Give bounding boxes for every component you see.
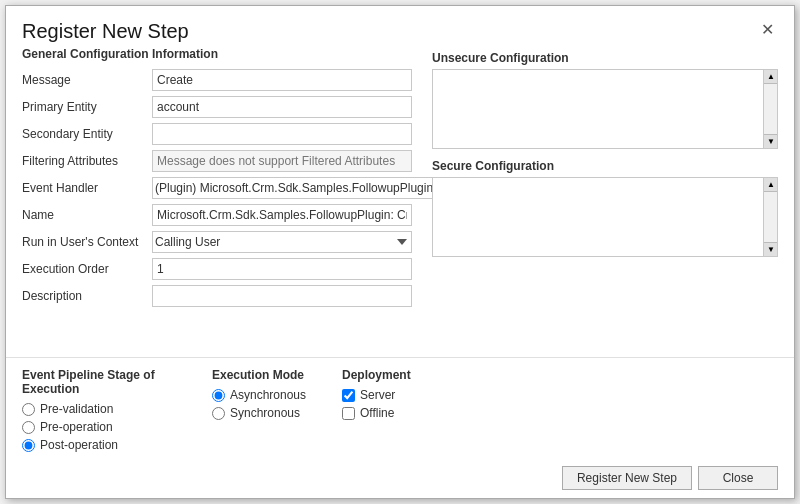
secure-config-block: Secure Configuration ▲ ▼	[432, 159, 778, 257]
secure-vscrollbar: ▲ ▼	[763, 178, 777, 256]
unsecure-config-block: Unsecure Configuration ▲ ▼	[432, 51, 778, 149]
offline-item: Offline	[342, 406, 472, 420]
async-item: Asynchronous	[212, 388, 342, 402]
secondary-entity-label: Secondary Entity	[22, 127, 152, 141]
post-operation-label: Post-operation	[40, 438, 118, 452]
general-config-title: General Configuration Information	[22, 47, 412, 61]
secondary-entity-input[interactable]	[152, 123, 412, 145]
server-item: Server	[342, 388, 472, 402]
config-area: Unsecure Configuration ▲ ▼ Secure Config…	[432, 47, 778, 357]
dialog-footer: Register New Step Close	[6, 460, 794, 498]
pipeline-stage-group: Event Pipeline Stage of Execution Pre-va…	[22, 368, 212, 456]
event-handler-select[interactable]: (Plugin) Microsoft.Crm.Sdk.Samples.Follo…	[152, 177, 453, 199]
async-radio[interactable]	[212, 389, 225, 402]
post-operation-item: Post-operation	[22, 438, 212, 452]
event-handler-row: Event Handler (Plugin) Microsoft.Crm.Sdk…	[22, 177, 412, 199]
right-panel: Unsecure Configuration ▲ ▼ Secure Config…	[432, 47, 778, 357]
pipeline-section: Event Pipeline Stage of Execution Pre-va…	[22, 368, 778, 456]
name-row: Name	[22, 204, 412, 226]
dialog-body: General Configuration Information Messag…	[6, 47, 794, 357]
execution-order-label: Execution Order	[22, 262, 152, 276]
execution-order-row: Execution Order	[22, 258, 412, 280]
unsecure-config-label: Unsecure Configuration	[432, 51, 778, 65]
exec-mode-title: Execution Mode	[212, 368, 342, 382]
pre-operation-radio[interactable]	[22, 421, 35, 434]
unsecure-config-textarea-wrap: ▲ ▼	[432, 69, 778, 149]
secure-config-textarea[interactable]	[433, 178, 763, 256]
run-context-select[interactable]: Calling User	[152, 231, 412, 253]
async-label: Asynchronous	[230, 388, 306, 402]
server-label: Server	[360, 388, 395, 402]
secure-config-textarea-wrap: ▲ ▼	[432, 177, 778, 257]
left-panel: General Configuration Information Messag…	[22, 47, 432, 357]
sync-radio[interactable]	[212, 407, 225, 420]
primary-entity-input[interactable]	[152, 96, 412, 118]
offline-checkbox[interactable]	[342, 407, 355, 420]
run-context-label: Run in User's Context	[22, 235, 152, 249]
sync-item: Synchronous	[212, 406, 342, 420]
pre-validation-item: Pre-validation	[22, 402, 212, 416]
unsecure-vscrollbar: ▲ ▼	[763, 70, 777, 148]
message-label: Message	[22, 73, 152, 87]
sync-label: Synchronous	[230, 406, 300, 420]
pre-operation-label: Pre-operation	[40, 420, 113, 434]
title-bar: Register New Step ✕	[6, 6, 794, 47]
register-new-step-dialog: Register New Step ✕ General Configuratio…	[5, 5, 795, 499]
name-input[interactable]	[152, 204, 412, 226]
offline-label: Offline	[360, 406, 394, 420]
server-checkbox[interactable]	[342, 389, 355, 402]
message-row: Message	[22, 69, 412, 91]
name-label: Name	[22, 208, 152, 222]
post-operation-radio[interactable]	[22, 439, 35, 452]
dialog-title: Register New Step	[22, 20, 189, 43]
primary-entity-row: Primary Entity	[22, 96, 412, 118]
secondary-entity-row: Secondary Entity	[22, 123, 412, 145]
bottom-section: Event Pipeline Stage of Execution Pre-va…	[6, 357, 794, 460]
deployment-group: Deployment Server Offline	[342, 368, 472, 456]
run-context-row: Run in User's Context Calling User	[22, 231, 412, 253]
description-input[interactable]	[152, 285, 412, 307]
close-button[interactable]: Close	[698, 466, 778, 490]
execution-order-input[interactable]	[152, 258, 412, 280]
pipeline-stage-title: Event Pipeline Stage of Execution	[22, 368, 212, 396]
filtering-attributes-label: Filtering Attributes	[22, 154, 152, 168]
secure-scroll-down[interactable]: ▼	[764, 242, 778, 256]
unsecure-config-textarea[interactable]	[433, 70, 763, 148]
unsecure-scroll-up[interactable]: ▲	[764, 70, 778, 84]
unsecure-scroll-down[interactable]: ▼	[764, 134, 778, 148]
description-label: Description	[22, 289, 152, 303]
secure-config-label: Secure Configuration	[432, 159, 778, 173]
event-handler-label: Event Handler	[22, 181, 152, 195]
deployment-title: Deployment	[342, 368, 472, 382]
pre-validation-radio[interactable]	[22, 403, 35, 416]
exec-mode-group: Execution Mode Asynchronous Synchronous	[212, 368, 342, 456]
pre-validation-label: Pre-validation	[40, 402, 113, 416]
secure-scroll-up[interactable]: ▲	[764, 178, 778, 192]
filtering-attributes-row: Filtering Attributes	[22, 150, 412, 172]
message-input[interactable]	[152, 69, 412, 91]
description-row: Description	[22, 285, 412, 307]
pre-operation-item: Pre-operation	[22, 420, 212, 434]
close-x-button[interactable]: ✕	[757, 20, 778, 40]
primary-entity-label: Primary Entity	[22, 100, 152, 114]
register-new-step-button[interactable]: Register New Step	[562, 466, 692, 490]
filtering-attributes-input[interactable]	[152, 150, 412, 172]
